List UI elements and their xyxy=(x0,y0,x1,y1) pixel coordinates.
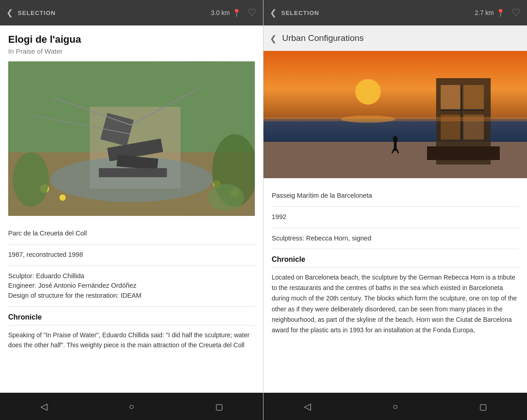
right-breadcrumb-bar: Urban Configurations xyxy=(264,25,527,51)
left-year-row: 1987, reconstructed 1998 xyxy=(8,245,255,266)
right-phone-panel: SELECTION 2.7 km 📍 ♡ Urban Configuration… xyxy=(264,0,527,420)
svg-rect-36 xyxy=(264,117,527,121)
svg-point-32 xyxy=(393,136,398,143)
right-location-row: Passeig Marítim de la Barceloneta xyxy=(272,185,519,207)
left-selection-label: SELECTION xyxy=(18,10,211,16)
svg-point-15 xyxy=(13,152,49,207)
left-artwork-svg xyxy=(8,61,255,216)
left-heart-icon: ♡ xyxy=(248,7,257,18)
right-back-button[interactable] xyxy=(270,8,277,18)
right-year-row: 1992 xyxy=(272,207,519,228)
left-distance-group: 3.0 km 📍 xyxy=(211,9,241,17)
right-credits-text: Sculptress: Rebecca Horn, signed xyxy=(272,235,371,242)
svg-rect-31 xyxy=(427,146,500,160)
right-pin-icon: 📍 xyxy=(496,9,505,17)
svg-rect-25 xyxy=(441,85,461,110)
right-top-bar: SELECTION 2.7 km 📍 ♡ xyxy=(264,0,527,25)
svg-point-13 xyxy=(60,195,66,201)
left-location-row: Parc de la Creueta del Coll xyxy=(8,223,255,245)
left-chronicle-divider xyxy=(8,325,255,325)
right-year-text: 1992 xyxy=(272,213,286,220)
right-heart-icon: ♡ xyxy=(512,7,521,18)
left-artwork-subtitle: In Praise of Water xyxy=(8,47,255,55)
left-artwork-image xyxy=(8,61,255,216)
left-favorite-button[interactable]: ♡ xyxy=(248,7,257,19)
left-credits-text: Sculptor: Eduardo Chillida Engineer: Jos… xyxy=(8,272,141,300)
left-chronicle-title: Chronicle xyxy=(8,307,255,325)
right-favorite-button[interactable]: ♡ xyxy=(512,7,521,19)
left-pin-icon: 📍 xyxy=(232,9,241,17)
left-nav-back-icon xyxy=(40,400,47,412)
right-chronicle-title: Chronicle xyxy=(272,249,519,267)
left-top-bar: SELECTION 3.0 km 📍 ♡ xyxy=(0,0,263,25)
right-distance-value: 2.7 km xyxy=(475,9,494,16)
right-breadcrumb-back-icon[interactable] xyxy=(270,32,277,44)
right-selection-label: SELECTION xyxy=(281,10,475,16)
svg-point-17 xyxy=(208,184,244,211)
right-chronicle-text: Located on Barceloneta beach, the sculpt… xyxy=(272,272,519,340)
svg-point-22 xyxy=(355,79,381,105)
right-distance-group: 2.7 km 📍 xyxy=(475,9,505,17)
right-artwork-image-sim xyxy=(264,51,527,178)
right-content-area: Passeig Marítim de la Barceloneta 1992 S… xyxy=(264,51,527,393)
right-location-text: Passeig Marítim de la Barceloneta xyxy=(272,192,372,199)
left-year-text: 1987, reconstructed 1998 xyxy=(8,251,83,258)
left-nav-square-icon xyxy=(215,400,223,412)
left-bottom-nav xyxy=(0,393,263,420)
right-nav-square-button[interactable] xyxy=(474,397,492,415)
left-nav-home-icon xyxy=(129,400,134,412)
left-nav-home-button[interactable] xyxy=(123,397,141,415)
left-back-button[interactable] xyxy=(6,8,13,18)
right-chronicle-divider xyxy=(272,267,519,268)
left-back-icon xyxy=(6,8,13,18)
left-location-text: Parc de la Creueta del Coll xyxy=(8,230,87,237)
right-nav-home-icon xyxy=(393,400,398,412)
left-credits-row: Sculptor: Eduardo Chillida Engineer: Jos… xyxy=(8,266,255,307)
left-nav-square-button[interactable] xyxy=(210,397,229,415)
right-back-icon xyxy=(270,8,277,18)
right-credits-row: Sculptress: Rebecca Horn, signed xyxy=(272,228,519,250)
svg-rect-26 xyxy=(463,85,484,110)
right-nav-back-icon xyxy=(304,400,311,412)
right-breadcrumb-title: Urban Configurations xyxy=(282,33,364,43)
left-content-area: Elogi de l'aigua In Praise of Water xyxy=(0,25,263,393)
left-phone-panel: SELECTION 3.0 km 📍 ♡ Elogi de l'aigua In… xyxy=(0,0,264,420)
right-nav-back-button[interactable] xyxy=(298,397,317,415)
right-nav-home-button[interactable] xyxy=(386,397,404,415)
left-nav-back-button[interactable] xyxy=(35,397,53,415)
right-nav-square-icon xyxy=(479,400,487,412)
right-bottom-nav xyxy=(264,393,527,420)
left-chronicle-text: Speaking of "In Praise of Water", Eduard… xyxy=(8,330,255,357)
left-distance-value: 3.0 km xyxy=(211,9,230,16)
right-artwork-image xyxy=(264,51,527,178)
left-artwork-image-sim xyxy=(8,61,255,216)
left-artwork-title: Elogi de l'aigua xyxy=(8,34,255,45)
right-artwork-svg xyxy=(264,51,527,178)
svg-rect-7 xyxy=(99,168,167,177)
